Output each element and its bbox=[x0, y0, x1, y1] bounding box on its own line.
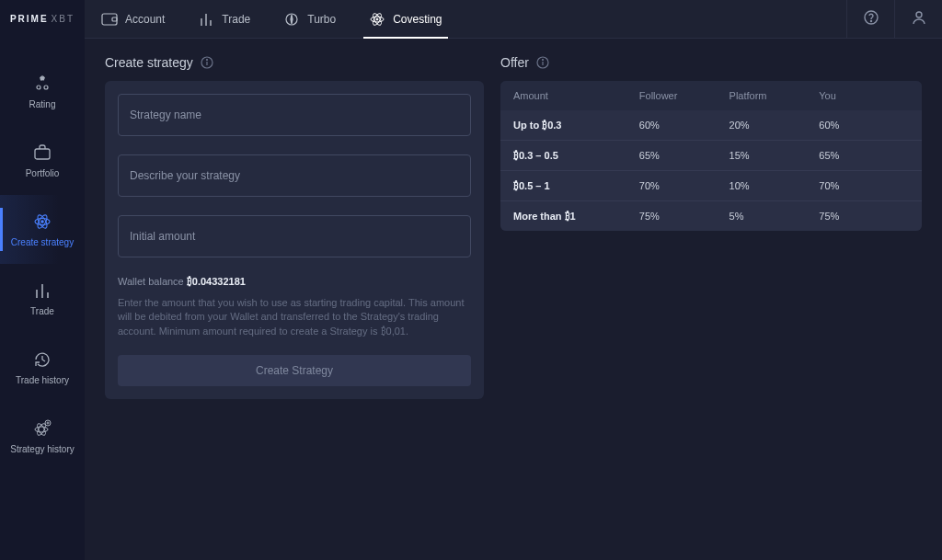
offer-cell-platform: 5% bbox=[729, 211, 820, 222]
wallet-balance-label: Wallet balance bbox=[118, 276, 187, 287]
wallet-balance: Wallet balance ₿0.04332181 bbox=[118, 276, 471, 287]
sidebar-item-strategy-history[interactable]: Strategy history bbox=[0, 402, 85, 471]
info-icon[interactable] bbox=[201, 56, 213, 69]
offer-title-text: Offer bbox=[500, 55, 529, 70]
sidebar-portfolio-label: Portfolio bbox=[26, 168, 60, 178]
offer-cell-amount: Up to ₿0.3 bbox=[513, 120, 639, 131]
offer-row: More than ₿1 75% 5% 75% bbox=[500, 201, 922, 231]
svg-point-32 bbox=[206, 60, 207, 61]
amount-hint: Enter the amount that you wish to use as… bbox=[118, 296, 471, 338]
svg-point-24 bbox=[35, 427, 48, 432]
offer-cell-follower: 60% bbox=[639, 120, 729, 131]
offer-cell-you: 60% bbox=[819, 120, 909, 131]
sidebar-item-portfolio[interactable]: Portfolio bbox=[0, 126, 85, 195]
offer-col-follower: Follower bbox=[639, 90, 729, 101]
offer-cell-you: 70% bbox=[819, 180, 909, 191]
offer-cell-follower: 75% bbox=[639, 211, 729, 222]
offer-cell-follower: 65% bbox=[639, 150, 729, 161]
strategy-describe-field bbox=[118, 154, 471, 197]
offer-title: Offer bbox=[500, 55, 922, 70]
svg-point-14 bbox=[44, 86, 48, 89]
sidebar: Rating Portfolio Create strategy Trade T… bbox=[0, 39, 85, 560]
brand-xbt: XBT bbox=[52, 14, 75, 24]
offer-cell-platform: 15% bbox=[729, 150, 820, 161]
svg-point-35 bbox=[542, 60, 543, 61]
sidebar-item-create-strategy[interactable]: Create strategy bbox=[0, 195, 85, 264]
sidebar-item-trade-history[interactable]: Trade history bbox=[0, 333, 85, 402]
offer-header-row: Amount Follower Platform You bbox=[500, 81, 922, 110]
nav-account-label: Account bbox=[125, 13, 165, 26]
offer-col-you: You bbox=[819, 90, 909, 101]
offer-table: Amount Follower Platform You Up to ₿0.3 … bbox=[500, 81, 922, 231]
atom-icon bbox=[32, 211, 52, 232]
offer-row: ₿0.3 – 0.5 65% 15% 65% bbox=[500, 141, 922, 171]
strategy-name-input[interactable] bbox=[119, 95, 470, 135]
sidebar-create-strategy-label: Create strategy bbox=[11, 237, 74, 247]
svg-point-12 bbox=[916, 12, 922, 17]
nav-covesting[interactable]: Covesting bbox=[352, 0, 458, 38]
profile-button[interactable] bbox=[894, 0, 942, 38]
offer-col-platform: Platform bbox=[729, 90, 820, 101]
strategy-name-field bbox=[118, 94, 471, 136]
strategy-history-icon bbox=[32, 418, 52, 439]
offer-cell-follower: 70% bbox=[639, 180, 729, 191]
offer-cell-you: 65% bbox=[819, 150, 909, 161]
nav-turbo-label: Turbo bbox=[307, 13, 336, 26]
create-strategy-card: Wallet balance ₿0.04332181 Enter the amo… bbox=[105, 81, 484, 399]
create-strategy-button[interactable]: Create Strategy bbox=[118, 355, 471, 386]
offer-row: ₿0.5 – 1 70% 10% 70% bbox=[500, 171, 922, 201]
nav-covesting-label: Covesting bbox=[393, 13, 442, 26]
help-icon bbox=[863, 9, 879, 29]
strategy-describe-input[interactable] bbox=[119, 155, 470, 196]
svg-point-9 bbox=[376, 18, 378, 20]
initial-amount-input[interactable] bbox=[119, 216, 470, 257]
initial-amount-field bbox=[118, 215, 471, 257]
offer-cell-you: 75% bbox=[819, 211, 909, 222]
wallet-balance-value: ₿0.04332181 bbox=[187, 276, 246, 287]
svg-point-13 bbox=[37, 86, 40, 89]
offer-row: Up to ₿0.3 60% 20% 60% bbox=[500, 110, 922, 141]
nav-trade[interactable]: Trade bbox=[181, 0, 267, 38]
offer-cell-platform: 20% bbox=[729, 120, 820, 131]
offer-cell-platform: 10% bbox=[729, 180, 820, 191]
help-button[interactable] bbox=[846, 0, 894, 38]
offer-cell-amount: ₿0.5 – 1 bbox=[513, 180, 639, 191]
nav-account[interactable]: Account bbox=[85, 0, 181, 38]
history-icon bbox=[33, 349, 52, 370]
sidebar-rating-label: Rating bbox=[29, 99, 56, 109]
brand-logo: PRIMEXBT bbox=[0, 0, 85, 39]
svg-rect-1 bbox=[112, 17, 117, 21]
nav-turbo[interactable]: Turbo bbox=[267, 0, 352, 38]
nav-trade-label: Trade bbox=[222, 13, 250, 26]
svg-point-20 bbox=[41, 221, 43, 223]
briefcase-icon bbox=[33, 143, 52, 163]
info-icon[interactable] bbox=[536, 56, 549, 69]
sidebar-strategy-history-label: Strategy history bbox=[10, 444, 74, 454]
create-strategy-title: Create strategy bbox=[105, 55, 484, 70]
sidebar-trade-label: Trade bbox=[30, 306, 54, 316]
create-strategy-title-text: Create strategy bbox=[105, 55, 193, 70]
brand-prime: PRIME bbox=[10, 14, 49, 24]
offer-col-amount: Amount bbox=[513, 90, 639, 101]
sidebar-item-trade[interactable]: Trade bbox=[0, 264, 85, 333]
rating-icon bbox=[32, 74, 52, 94]
turbo-icon bbox=[283, 11, 300, 28]
bars-icon bbox=[198, 11, 214, 28]
content: Create strategy Wallet balance ₿0.043321… bbox=[85, 39, 942, 560]
sidebar-item-rating[interactable]: Rating bbox=[0, 57, 85, 126]
svg-rect-0 bbox=[102, 14, 117, 25]
bars-icon bbox=[34, 280, 51, 301]
sidebar-trade-history-label: Trade history bbox=[16, 375, 69, 385]
wallet-icon bbox=[101, 11, 118, 28]
top-right bbox=[846, 0, 942, 38]
offer-cell-amount: ₿0.3 – 0.5 bbox=[513, 150, 639, 161]
svg-rect-16 bbox=[35, 149, 50, 159]
user-icon bbox=[911, 9, 927, 29]
svg-point-11 bbox=[870, 21, 871, 22]
top-nav: Account Trade Turbo Covesting bbox=[85, 0, 846, 38]
topbar: PRIMEXBT Account Trade Turbo Covesting bbox=[0, 0, 942, 39]
atom-icon bbox=[369, 11, 385, 28]
offer-cell-amount: More than ₿1 bbox=[513, 211, 639, 222]
